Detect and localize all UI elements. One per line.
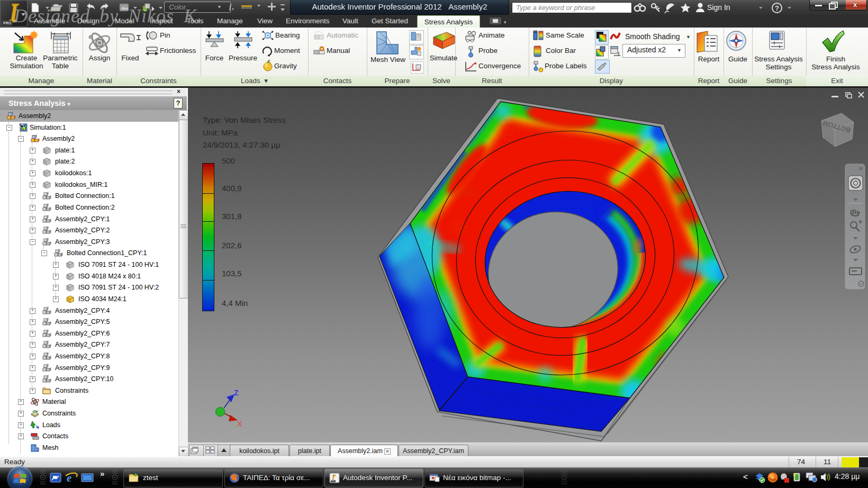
svg-text:Z: Z [234,388,239,397]
svg-text:?: ? [775,4,779,12]
svg-text:Sign In: Sign In [707,3,730,12]
svg-text:PRO: PRO [3,21,12,25]
svg-text:PRO: PRO [331,480,336,482]
svg-text:X: X [237,420,242,428]
svg-text:✕: ✕ [858,166,863,171]
svg-text:x: x [231,6,234,11]
